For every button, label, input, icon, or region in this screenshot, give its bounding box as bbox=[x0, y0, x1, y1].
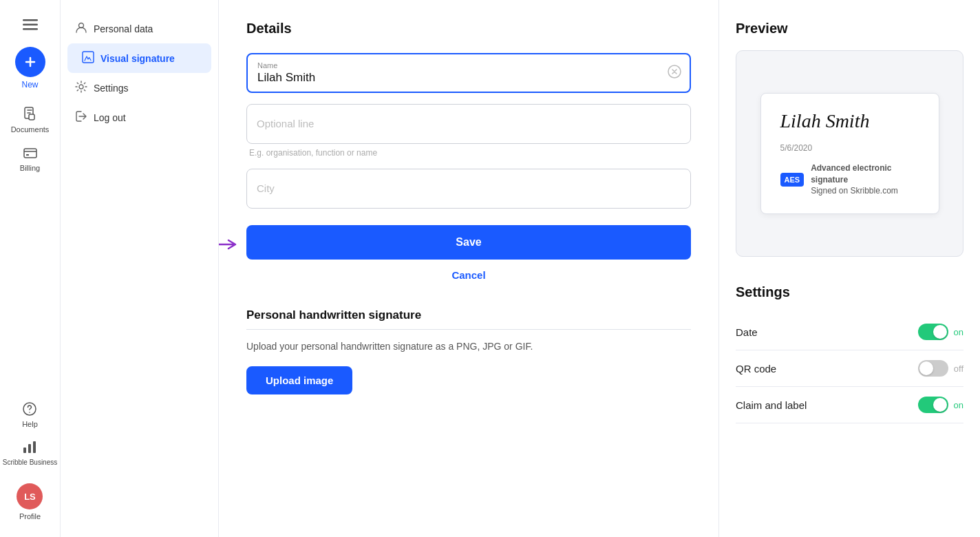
settings-row-qr-code: QR code off bbox=[736, 350, 963, 387]
toggle-claim-and-label[interactable] bbox=[918, 397, 948, 413]
nav-icon-settings bbox=[74, 80, 88, 96]
aes-badge: AES bbox=[780, 173, 805, 187]
handwritten-description: Upload your personal handwritten signatu… bbox=[246, 339, 691, 354]
settings-rows: Date on QR code off Claim and label bbox=[736, 314, 963, 423]
settings-label-qr-code: QR code bbox=[736, 363, 776, 375]
name-input-wrapper: Name bbox=[246, 53, 691, 93]
city-input-wrapper bbox=[246, 169, 691, 209]
nav-label-settings: Settings bbox=[94, 83, 129, 94]
nav-icon-visual-signature bbox=[81, 50, 95, 66]
nav-label-log-out: Log out bbox=[94, 112, 126, 123]
toggle-qr-code[interactable] bbox=[918, 360, 948, 377]
optional-line-input[interactable] bbox=[257, 112, 681, 136]
save-button-container: Save bbox=[246, 220, 691, 269]
profile-label: Profile bbox=[19, 512, 41, 520]
upload-image-button[interactable]: Upload image bbox=[246, 366, 352, 394]
clear-icon[interactable] bbox=[668, 65, 681, 81]
svg-rect-11 bbox=[33, 441, 36, 453]
svg-rect-1 bbox=[23, 24, 38, 26]
preview-date: 5/6/2020 bbox=[780, 143, 919, 153]
nav-items: Personal data Visual signature Settings … bbox=[61, 14, 218, 132]
settings-label-claim-and-label: Claim and label bbox=[736, 399, 807, 411]
toggle-group-qr-code: off bbox=[918, 360, 963, 377]
nav-icon-log-out bbox=[74, 109, 88, 125]
toggle-label-date: on bbox=[954, 327, 963, 337]
svg-rect-13 bbox=[83, 52, 94, 63]
preview-title: Preview bbox=[736, 21, 963, 36]
main-content: Details Name E.g. organisation, function… bbox=[219, 0, 718, 537]
toggle-thumb-claim-and-label bbox=[933, 398, 947, 412]
menu-icon[interactable] bbox=[17, 11, 44, 39]
svg-rect-9 bbox=[23, 448, 26, 453]
nav-item-settings[interactable]: Settings bbox=[61, 73, 218, 103]
toggle-label-qr-code: off bbox=[954, 364, 963, 374]
toggle-thumb-qr-code bbox=[919, 361, 933, 375]
settings-row-claim-and-label: Claim and label on bbox=[736, 387, 963, 423]
svg-point-14 bbox=[79, 85, 83, 89]
nav-item-personal-data[interactable]: Personal data bbox=[61, 14, 218, 43]
profile-avatar[interactable]: LS bbox=[17, 483, 43, 509]
new-button[interactable] bbox=[15, 47, 45, 77]
cancel-link[interactable]: Cancel bbox=[246, 269, 691, 281]
name-field-group: Name bbox=[246, 53, 691, 93]
new-label: New bbox=[21, 80, 38, 90]
sidebar-item-billing[interactable]: Billing bbox=[0, 139, 60, 178]
toggle-group-claim-and-label: on bbox=[918, 397, 963, 413]
save-button[interactable]: Save bbox=[246, 225, 691, 260]
nav-label-personal-data: Personal data bbox=[94, 23, 153, 34]
sidebar-business-label: Scribble Business bbox=[3, 459, 57, 467]
optional-line-wrapper bbox=[246, 104, 691, 144]
city-field-group bbox=[246, 169, 691, 209]
nav-item-visual-signature[interactable]: Visual signature bbox=[67, 43, 211, 73]
optional-line-hint: E.g. organisation, function or name bbox=[246, 148, 691, 158]
nav-label-visual-signature: Visual signature bbox=[100, 53, 175, 64]
sidebar-item-billing-label: Billing bbox=[20, 164, 40, 172]
preview-aes-row: AES Advanced electronic signature Signed… bbox=[780, 162, 919, 197]
svg-rect-0 bbox=[23, 19, 38, 21]
settings-label-date: Date bbox=[736, 326, 758, 338]
toggle-date[interactable] bbox=[918, 324, 948, 340]
toggle-group-date: on bbox=[918, 324, 963, 340]
svg-point-8 bbox=[30, 412, 31, 413]
preview-box: Lilah Smith 5/6/2020 AES Advanced electr… bbox=[736, 50, 963, 257]
details-title: Details bbox=[246, 21, 691, 36]
aes-subtitle: Signed on Skribble.com bbox=[811, 185, 919, 197]
sidebar-item-scribble-business[interactable]: Scribble Business bbox=[3, 434, 57, 472]
preview-card: Lilah Smith 5/6/2020 AES Advanced electr… bbox=[760, 93, 939, 214]
settings-row-date: Date on bbox=[736, 314, 963, 350]
nav-icon-personal-data bbox=[74, 21, 88, 36]
svg-rect-4 bbox=[29, 114, 34, 120]
settings-section: Settings Date on QR code off Claim and l… bbox=[736, 284, 963, 423]
sidebar-item-documents[interactable]: Documents bbox=[0, 101, 60, 139]
preview-signature: Lilah Smith bbox=[780, 110, 919, 132]
svg-rect-6 bbox=[26, 154, 29, 156]
city-input[interactable] bbox=[257, 176, 681, 201]
handwritten-section: Personal handwritten signature Upload yo… bbox=[246, 308, 691, 394]
toggle-label-claim-and-label: on bbox=[954, 400, 963, 410]
hw-divider bbox=[246, 329, 691, 330]
sidebar-bottom: Help Scribble Business LS Profile bbox=[3, 395, 57, 526]
optional-line-group: E.g. organisation, function or name bbox=[246, 104, 691, 158]
svg-rect-2 bbox=[23, 28, 38, 30]
toggle-thumb-date bbox=[933, 325, 947, 339]
sidebar-item-profile[interactable]: LS Profile bbox=[3, 478, 57, 526]
svg-rect-5 bbox=[24, 149, 36, 158]
nav-item-log-out[interactable]: Log out bbox=[61, 103, 218, 132]
name-input[interactable] bbox=[257, 71, 680, 85]
sidebar-item-help[interactable]: Help bbox=[3, 395, 57, 434]
aes-title: Advanced electronic signature bbox=[811, 162, 919, 186]
aes-text: Advanced electronic signature Signed on … bbox=[811, 162, 919, 197]
preview-panel: Preview Lilah Smith 5/6/2020 AES Advance… bbox=[718, 0, 980, 537]
sidebar: New Documents Billing Help bbox=[0, 0, 61, 537]
arrow-indicator bbox=[219, 238, 239, 251]
settings-title: Settings bbox=[736, 284, 963, 300]
svg-rect-10 bbox=[28, 444, 31, 453]
sidebar-help-label: Help bbox=[22, 420, 38, 428]
handwritten-title: Personal handwritten signature bbox=[246, 308, 691, 322]
name-label: Name bbox=[257, 61, 680, 70]
sidebar-item-documents-label: Documents bbox=[11, 125, 50, 134]
nav-panel: Personal data Visual signature Settings … bbox=[61, 0, 219, 537]
